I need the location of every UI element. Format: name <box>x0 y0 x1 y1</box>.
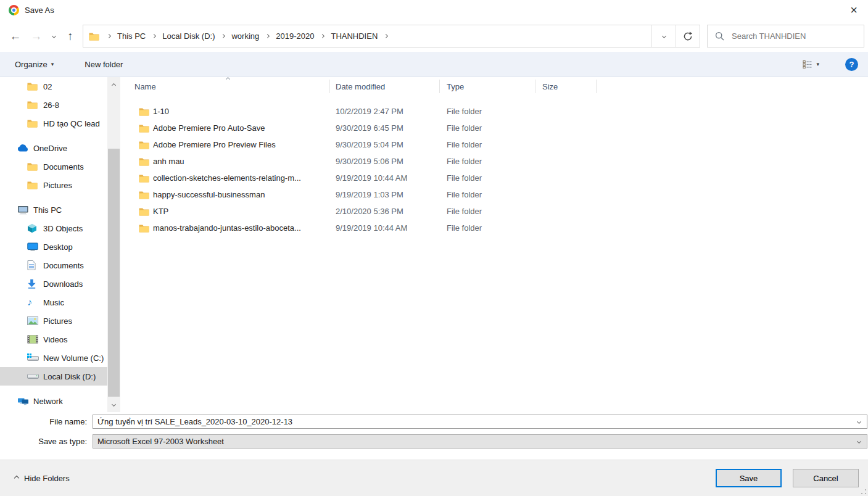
sidebar-item-label: OneDrive <box>33 144 67 153</box>
sidebar-item-documents[interactable]: Documents <box>0 256 107 275</box>
sidebar-scrollbar[interactable] <box>107 77 120 412</box>
breadcrumb-separator-icon[interactable] <box>265 34 270 38</box>
type-cell: File folder <box>440 173 535 183</box>
file-name-cell: anh mau <box>134 157 330 166</box>
column-header-name[interactable]: Name <box>134 80 330 93</box>
change-view-button[interactable]: ▾ <box>803 60 819 68</box>
sidebar-item-26-8[interactable]: 26-8 <box>0 96 107 114</box>
breadcrumb-separator-icon[interactable] <box>152 34 156 38</box>
breadcrumb-item-working[interactable]: working <box>231 31 259 41</box>
file-row[interactable]: Adobe Premiere Pro Auto-Save9/30/2019 6:… <box>134 120 868 136</box>
chrome-icon <box>9 5 19 15</box>
column-header-size[interactable]: Size <box>535 80 597 93</box>
sidebar-tree: 0226-8HD tạo QC leadOneDriveDocumentsPic… <box>0 77 107 410</box>
sidebar-item-new-volume-c[interactable]: New Volume (C:) <box>0 349 107 367</box>
type-cell: File folder <box>440 190 535 199</box>
sidebar-item-documents[interactable]: Documents <box>0 157 107 176</box>
sidebar-item-videos[interactable]: Videos <box>0 330 107 349</box>
sidebar-item-this-pc[interactable]: This PC <box>0 200 107 219</box>
sidebar-item-3d-objects[interactable]: 3D Objects <box>0 219 107 238</box>
scrollbar-thumb[interactable] <box>108 149 120 397</box>
breadcrumb-item-2019-2020[interactable]: 2019-2020 <box>276 31 314 41</box>
refresh-button[interactable] <box>676 25 700 48</box>
help-button[interactable]: ? <box>845 58 858 71</box>
folder-icon <box>139 207 149 216</box>
file-name-text: happy-successful-businessman <box>153 190 265 199</box>
command-toolbar: Organize ▾ New folder ▾ ? <box>0 52 868 77</box>
sidebar-item-02[interactable]: 02 <box>0 77 107 96</box>
file-list: NameDate modifiedTypeSize 1-1010/2/2019 … <box>121 77 868 412</box>
window-title: Save As <box>25 6 54 15</box>
folder-icon <box>139 157 149 166</box>
column-header-type[interactable]: Type <box>440 80 535 93</box>
navigation-pane: 0226-8HD tạo QC leadOneDriveDocumentsPic… <box>0 77 121 412</box>
videos-icon <box>27 335 39 344</box>
cancel-button[interactable]: Cancel <box>793 469 859 487</box>
file-name-cell: happy-successful-businessman <box>134 190 330 199</box>
new-folder-button[interactable]: New folder <box>85 60 123 69</box>
sidebar-item-label: New Volume (C:) <box>43 353 104 363</box>
address-dropdown-button[interactable] <box>651 25 676 48</box>
resize-grip[interactable] <box>861 489 867 495</box>
organize-button[interactable]: Organize ▾ <box>15 60 54 69</box>
footer-fields: File name: Save as type: Microsoft Excel… <box>0 412 868 460</box>
save-as-type-dropdown[interactable]: Microsoft Excel 97-2003 Worksheet <box>93 434 867 448</box>
folder-icon <box>89 32 99 41</box>
column-header-date-modified[interactable]: Date modified <box>330 80 440 93</box>
breadcrumb-separator-icon[interactable] <box>384 34 388 38</box>
file-name-text: KTP <box>153 207 168 216</box>
back-button[interactable]: ← <box>5 26 26 47</box>
close-icon[interactable]: × <box>840 0 868 20</box>
file-row[interactable]: 1-1010/2/2019 2:47 PMFile folder <box>134 103 868 120</box>
date-modified-cell: 10/2/2019 2:47 PM <box>330 107 440 116</box>
save-as-type-value: Microsoft Excel 97-2003 Worksheet <box>93 437 851 446</box>
sidebar-item-downloads[interactable]: Downloads <box>0 275 107 293</box>
file-row[interactable]: anh mau9/30/2019 5:06 PMFile folder <box>134 153 868 170</box>
sidebar-item-desktop[interactable]: Desktop <box>0 238 107 256</box>
file-row[interactable]: KTP2/10/2020 5:36 PMFile folder <box>134 203 868 220</box>
sidebar-item-onedrive[interactable]: OneDrive <box>0 139 107 157</box>
breadcrumb-separator-icon[interactable] <box>320 34 324 38</box>
scroll-up-icon[interactable] <box>107 80 120 91</box>
search-box[interactable] <box>707 25 864 48</box>
chevron-down-icon[interactable] <box>851 420 867 423</box>
sidebar-item-pictures[interactable]: Pictures <box>0 312 107 330</box>
file-name-input[interactable] <box>93 417 851 426</box>
recent-locations-button[interactable] <box>47 26 60 47</box>
sidebar-item-music[interactable]: ♪Music <box>0 293 107 312</box>
scroll-down-icon[interactable] <box>107 399 120 410</box>
sidebar-item-network[interactable]: Network <box>0 392 107 410</box>
sidebar-item-label: Music <box>43 298 64 307</box>
file-row[interactable]: happy-successful-businessman9/19/2019 1:… <box>134 186 868 203</box>
breadcrumb: This PCLocal Disk (D:)working2019-2020TH… <box>83 31 651 41</box>
save-button[interactable]: Save <box>716 469 782 487</box>
folder-icon <box>139 124 149 133</box>
sidebar-item-local-disk-d[interactable]: Local Disk (D:) <box>0 367 107 386</box>
breadcrumb-item-local-disk-d[interactable]: Local Disk (D:) <box>162 31 215 41</box>
chevron-down-icon: ▾ <box>816 61 819 67</box>
type-cell: File folder <box>440 107 535 116</box>
title-bar: Save As × <box>0 0 868 20</box>
file-name-cell: manos-trabajando-juntas-estilo-aboceta..… <box>134 223 330 233</box>
forward-button[interactable]: → <box>26 26 47 47</box>
column-headers: NameDate modifiedTypeSize <box>134 77 868 96</box>
sidebar-item-pictures[interactable]: Pictures <box>0 176 107 194</box>
sidebar-item-hd-t-o-qc-lead[interactable]: HD tạo QC lead <box>0 114 107 133</box>
hide-folders-button[interactable]: Hide Folders <box>15 474 70 483</box>
type-cell: File folder <box>440 207 535 216</box>
type-cell: File folder <box>440 157 535 166</box>
sidebar-item-label: HD tạo QC lead <box>43 119 100 128</box>
breadcrumb-separator-icon[interactable] <box>107 34 111 38</box>
search-input[interactable] <box>732 31 859 41</box>
up-button[interactable]: ↑ <box>60 26 80 47</box>
file-row[interactable]: collection-sketches-elements-relating-m.… <box>134 170 868 186</box>
file-row[interactable]: manos-trabajando-juntas-estilo-aboceta..… <box>134 220 868 236</box>
breadcrumb-item-thanhdien[interactable]: THANHDIEN <box>331 31 378 41</box>
sidebar-item-label: 02 <box>43 82 52 91</box>
breadcrumb-item-this-pc[interactable]: This PC <box>117 31 146 41</box>
folder-icon <box>27 101 39 109</box>
address-bar[interactable]: This PCLocal Disk (D:)working2019-2020TH… <box>83 25 700 48</box>
file-row[interactable]: Adobe Premiere Pro Preview Files9/30/201… <box>134 136 868 153</box>
breadcrumb-separator-icon[interactable] <box>221 34 225 38</box>
date-modified-cell: 9/30/2019 6:45 PM <box>330 123 440 133</box>
